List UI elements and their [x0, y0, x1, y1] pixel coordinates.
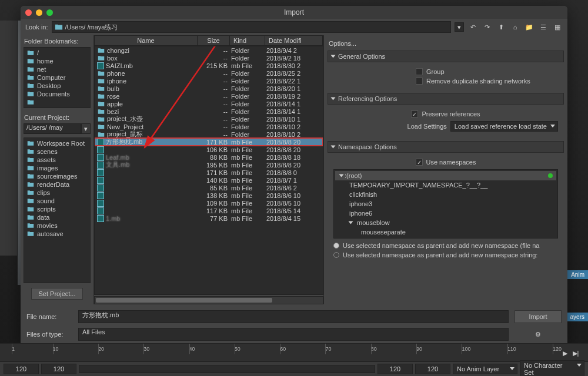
namespace-item[interactable]: iphone6 — [335, 209, 556, 218]
referencing-options-header[interactable]: Referencing Options — [328, 93, 564, 105]
filename-input[interactable]: 方形抱枕.mb — [78, 310, 509, 323]
group-checkbox[interactable] — [416, 68, 423, 75]
namespace-item[interactable]: iphone3 — [335, 199, 556, 209]
newfolder-icon[interactable]: 📁 — [524, 22, 534, 32]
namespace-tree[interactable]: :(root) TEMPORARY_IMPORT_NAMESPACE_?__?_… — [333, 169, 558, 239]
file-row[interactable]: bulb--Folder2018/8/20 1 — [95, 85, 323, 92]
file-row[interactable]: 171 KBmb File2018/8/8 0 — [95, 169, 323, 176]
file-row[interactable]: 109 KBmb File2018/8/5 10 — [95, 199, 323, 207]
minimize-icon[interactable] — [36, 9, 42, 16]
zoom-icon[interactable] — [46, 9, 53, 16]
general-options-header[interactable]: General Options — [328, 51, 564, 62]
timeline-ruler[interactable]: 1102030405060708090100110120 — [0, 343, 588, 362]
project-folder-item[interactable]: assets — [25, 156, 89, 164]
range-start-input[interactable]: 120 — [4, 364, 39, 374]
project-folder-item[interactable]: movies — [25, 221, 89, 230]
project-folder-item[interactable]: Workspace Root — [25, 139, 89, 147]
file-row[interactable]: phone--Folder2018/8/25 2 — [95, 69, 323, 77]
file-row[interactable]: iphone--Folder2018/8/22 1 — [95, 77, 323, 85]
range-end-input[interactable]: 120 — [377, 364, 413, 374]
charset-select[interactable]: No Character Set — [520, 360, 584, 376]
file-list[interactable]: chongzi--Folder2018/9/4 2box--Folder2018… — [94, 46, 323, 295]
path-input[interactable]: /Users/ /maya练习 — [52, 21, 451, 33]
project-folder-item[interactable]: images — [25, 164, 89, 172]
animlayer-select[interactable]: No Anim Layer — [453, 364, 517, 374]
file-row[interactable]: SAIZI.mb215 KBmb File2018/8/30 2 — [95, 62, 323, 69]
up-icon[interactable]: ⬆ — [496, 22, 506, 32]
forward-icon[interactable]: ↷ — [482, 22, 492, 32]
dedupe-checkbox[interactable] — [416, 78, 423, 85]
project-path-input[interactable]: /Users/ /may — [24, 123, 81, 134]
namespace-root[interactable]: :(root) — [335, 171, 556, 180]
file-row[interactable]: box--Folder2018/9/2 18 — [95, 54, 323, 62]
namespace-item[interactable]: clickfinish — [335, 190, 556, 199]
use-namespaces-label: Use namespaces — [426, 159, 476, 166]
bookmark-item[interactable]: Desktop — [25, 82, 89, 90]
namespace-options-header[interactable]: Namespace Options — [328, 141, 564, 153]
bookmark-item[interactable] — [25, 98, 89, 106]
ns-radio-2[interactable] — [333, 252, 339, 258]
project-folder-item[interactable]: data — [25, 213, 89, 221]
bookmark-item[interactable]: net — [25, 65, 89, 73]
project-folder-item[interactable]: autosave — [25, 230, 89, 238]
use-namespaces-checkbox[interactable] — [416, 159, 423, 166]
range-end2-input[interactable]: 120 — [415, 364, 450, 374]
bookmark-item[interactable]: Computer — [25, 73, 89, 82]
range-start2-input[interactable]: 120 — [41, 364, 76, 374]
folder-icon — [26, 57, 35, 65]
filetype-select[interactable]: All Files — [78, 328, 509, 341]
ns-radio-1[interactable] — [333, 243, 339, 249]
project-folder-item[interactable]: scripts — [25, 205, 89, 213]
namespace-item[interactable]: mouseblow — [335, 218, 556, 227]
bookmark-item[interactable]: / — [25, 49, 89, 57]
ns-radio-2-label: Use selected namespace as parent and add… — [343, 251, 537, 258]
file-row[interactable]: 140 KBmb File2018/8/7 1 — [95, 176, 323, 184]
file-row[interactable]: 文具.mb195 KBmb File2018/8/8 20 — [95, 161, 323, 169]
file-row[interactable]: apple--Folder2018/8/14 1 — [95, 100, 323, 108]
preserve-refs-checkbox[interactable] — [411, 110, 418, 118]
file-row[interactable]: rose--Folder2018/8/19 2 — [95, 92, 323, 100]
set-project-button[interactable]: Set Project... — [31, 288, 83, 300]
project-dropdown[interactable]: ▾ — [81, 123, 91, 134]
file-row[interactable]: 117 KBmb File2018/8/5 14 — [95, 207, 323, 214]
tick: 20 — [98, 346, 104, 352]
namespace-item[interactable]: mouseseparate — [335, 227, 556, 237]
file-row[interactable]: 138 KBmb File2018/8/6 10 — [95, 192, 323, 199]
file-row[interactable]: project_水壶--Folder2018/8/10 1 — [95, 115, 323, 123]
project-folder-item[interactable]: sourceimages — [25, 172, 89, 180]
file-row[interactable]: 85 KBmb File2018/8/6 2 — [95, 184, 323, 192]
scrollbar-thumb[interactable] — [96, 298, 272, 303]
range-slider[interactable] — [79, 365, 375, 373]
anim-tab[interactable]: Anim — [567, 270, 588, 279]
options-icon[interactable]: ⚙ — [514, 328, 562, 341]
play-forward-icon[interactable]: ▶ — [560, 348, 570, 358]
history-dropdown[interactable]: ▾ — [455, 22, 464, 32]
list-view-icon[interactable]: ☰ — [538, 22, 549, 32]
project-folder-item[interactable]: renderData — [25, 180, 89, 189]
file-row[interactable]: 方形抱枕.mb171 KBmb File2018/8/8 20 — [95, 138, 323, 146]
file-row[interactable]: 1.mb77 KBmb File2018/8/4 15 — [95, 214, 323, 222]
layers-tab[interactable]: ayers — [567, 313, 588, 321]
close-icon[interactable] — [25, 9, 32, 16]
file-row[interactable]: 106 KBmb File2018/8/8 20 — [95, 146, 323, 153]
file-row[interactable]: chongzi--Folder2018/9/4 2 — [95, 46, 323, 54]
namespace-item[interactable]: TEMPORARY_IMPORT_NAMESPACE_?__?__ — [335, 180, 556, 190]
project-folder-item[interactable]: clips — [25, 189, 89, 197]
back-icon[interactable]: ↶ — [467, 22, 478, 32]
load-settings-select[interactable]: Load saved reference load state — [450, 121, 558, 132]
bookmark-item[interactable]: home — [25, 57, 89, 65]
col-kind[interactable]: Kind — [230, 36, 265, 45]
chevron-down-icon — [331, 98, 336, 100]
project-folder-item[interactable]: sound — [25, 197, 89, 205]
h-scrollbar[interactable] — [94, 296, 323, 304]
import-button[interactable]: Import — [514, 310, 562, 323]
col-size[interactable]: Size — [198, 36, 230, 45]
col-date[interactable]: Date Modifi — [265, 36, 323, 45]
tick: 10 — [53, 346, 59, 352]
home-icon[interactable]: ⌂ — [510, 22, 520, 32]
col-name[interactable]: Name — [95, 36, 198, 45]
thumb-view-icon[interactable]: ▦ — [552, 22, 563, 32]
project-folder-item[interactable]: scenes — [25, 147, 89, 156]
bookmark-item[interactable]: Documents — [25, 90, 89, 98]
play-end-icon[interactable]: ▶| — [570, 348, 581, 358]
